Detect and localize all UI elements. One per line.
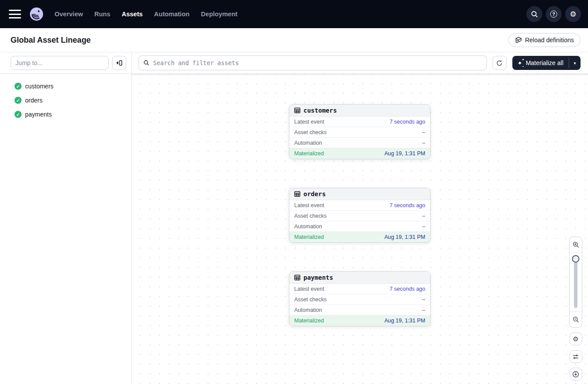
asset-node-name: customers — [303, 107, 337, 114]
nav-item-automation[interactable]: Automation — [154, 11, 190, 18]
materialize-all-label: Materialize all — [526, 59, 563, 66]
graph-settings-icon[interactable]: ⚙ — [570, 333, 582, 345]
materialized-timestamp[interactable]: Aug 19, 1:31 PM — [384, 234, 425, 240]
asset-node-rows: Latest event 7 seconds ago Asset checks … — [289, 284, 430, 315]
asset-node-row: Latest event 7 seconds ago — [289, 284, 430, 294]
materialized-timestamp[interactable]: Aug 19, 1:31 PM — [384, 150, 425, 157]
materialized-status-label: Materialized — [294, 318, 324, 324]
zoom-slider-track[interactable] — [574, 256, 577, 308]
node-row-label: Asset checks — [294, 213, 327, 219]
node-row-label: Automation — [294, 307, 322, 313]
node-row-value: – — [422, 307, 425, 313]
asset-node-row: Latest event 7 seconds ago — [289, 200, 430, 211]
materialized-check-icon: ✓ — [15, 111, 22, 118]
asset-node-header: customers — [289, 105, 430, 117]
nav-item-overview[interactable]: Overview — [55, 11, 83, 18]
menu-icon[interactable] — [9, 10, 21, 18]
table-grid-icon — [294, 191, 300, 197]
sidebar-asset-item-payments[interactable]: ✓ payments — [0, 107, 131, 121]
nav-item-deployment[interactable]: Deployment — [201, 11, 237, 18]
graph-controls: ⚙ — [569, 237, 582, 380]
sidebar-asset-item-orders[interactable]: ✓ orders — [0, 93, 131, 107]
sidebar-asset-label: payments — [25, 111, 52, 118]
asset-search-box — [139, 55, 487, 70]
sidebar-asset-label: orders — [25, 97, 43, 104]
asset-node-row: Automation – — [289, 221, 430, 232]
zoom-slider-knob[interactable] — [572, 255, 580, 263]
node-row-label: Latest event — [294, 119, 324, 125]
lineage-canvas[interactable]: customers Latest event 7 seconds ago Ass… — [132, 74, 588, 384]
node-row-value[interactable]: 7 seconds ago — [390, 119, 425, 125]
reload-definitions-button[interactable]: Reload definitions — [508, 33, 581, 47]
asset-node-name: payments — [303, 274, 333, 281]
materialized-timestamp[interactable]: Aug 19, 1:31 PM — [384, 318, 425, 324]
materialize-dropdown-caret-icon[interactable]: ▾ — [569, 56, 581, 70]
node-row-value: – — [422, 296, 425, 303]
asset-node-row: Asset checks – — [289, 294, 430, 305]
table-grid-icon — [294, 107, 300, 113]
reload-icon — [515, 37, 522, 44]
asset-node-rows: Latest event 7 seconds ago Asset checks … — [289, 117, 430, 148]
lineage-main: ✦✦✦ Materialize all ▾ customers Latest e… — [132, 52, 588, 384]
zoom-panel — [569, 237, 582, 328]
page-title: Global Asset Lineage — [11, 36, 91, 45]
node-row-label: Latest event — [294, 286, 324, 292]
node-row-label: Asset checks — [294, 296, 327, 303]
help-icon[interactable]: ? — [546, 6, 562, 22]
node-row-value[interactable]: 7 seconds ago — [390, 286, 425, 292]
asset-node-header: payments — [289, 272, 430, 284]
recenter-download-icon[interactable] — [570, 368, 582, 380]
node-row-value: – — [422, 223, 425, 230]
collapse-panel-icon[interactable] — [112, 56, 126, 70]
materialized-check-icon: ✓ — [15, 97, 22, 104]
asset-node-row: Automation – — [289, 138, 430, 148]
reload-button-label: Reload definitions — [525, 37, 574, 44]
asset-node-customers[interactable]: customers Latest event 7 seconds ago Ass… — [289, 104, 431, 159]
search-icon[interactable] — [526, 6, 542, 22]
asset-node-row: Automation – — [289, 305, 430, 315]
asset-node-row: Asset checks – — [289, 211, 430, 221]
asset-node-status-row: Materialized Aug 19, 1:31 PM — [289, 315, 430, 326]
topbar-actions: ? ⚙ — [526, 6, 581, 22]
materialized-check-icon: ✓ — [15, 83, 22, 90]
graph-toolbar: ✦✦✦ Materialize all ▾ — [132, 52, 588, 74]
materialize-all-split-button: ✦✦✦ Materialize all ▾ — [512, 56, 581, 70]
refresh-icon[interactable] — [493, 56, 507, 70]
asset-node-row: Asset checks – — [289, 127, 430, 138]
node-row-label: Asset checks — [294, 129, 327, 135]
zoom-out-icon[interactable] — [570, 311, 582, 327]
asset-node-name: orders — [303, 190, 326, 197]
asset-node-payments[interactable]: payments Latest event 7 seconds ago Asse… — [289, 271, 431, 326]
zoom-slider[interactable] — [570, 253, 582, 311]
node-row-label: Latest event — [294, 202, 324, 208]
materialized-status-label: Materialized — [294, 234, 324, 240]
dagster-logo[interactable] — [29, 7, 44, 22]
materialized-status-label: Materialized — [294, 150, 324, 157]
nav-item-assets[interactable]: Assets — [122, 11, 143, 18]
asset-node-rows: Latest event 7 seconds ago Asset checks … — [289, 200, 430, 232]
asset-node-status-row: Materialized Aug 19, 1:31 PM — [289, 232, 430, 242]
gear-glyph: ⚙ — [573, 336, 578, 342]
question-glyph: ? — [550, 11, 557, 18]
node-row-value[interactable]: 7 seconds ago — [390, 202, 425, 208]
settings-icon[interactable]: ⚙ — [565, 6, 581, 22]
sidebar-asset-item-customers[interactable]: ✓ customers — [0, 79, 131, 93]
node-row-label: Automation — [294, 140, 322, 146]
sidebar-top — [0, 52, 131, 74]
top-nav: OverviewRunsAssetsAutomationDeployment ?… — [0, 0, 588, 28]
nav-item-runs[interactable]: Runs — [95, 11, 110, 18]
asset-node-orders[interactable]: orders Latest event 7 seconds ago Asset … — [289, 188, 431, 243]
asset-search-input[interactable] — [153, 59, 482, 66]
asset-node-status-row: Materialized Aug 19, 1:31 PM — [289, 148, 430, 159]
search-icon — [143, 60, 150, 66]
zoom-in-icon[interactable] — [570, 237, 582, 253]
node-row-label: Automation — [294, 223, 322, 230]
primary-nav: OverviewRunsAssetsAutomationDeployment — [55, 11, 237, 18]
table-grid-icon — [294, 274, 300, 281]
filters-tune-icon[interactable] — [570, 350, 582, 363]
jump-to-input[interactable] — [11, 56, 109, 70]
asset-node-header: orders — [289, 188, 430, 200]
gear-glyph: ⚙ — [570, 11, 576, 18]
materialize-all-button[interactable]: ✦✦✦ Materialize all — [512, 56, 569, 70]
node-row-value: – — [422, 140, 425, 146]
